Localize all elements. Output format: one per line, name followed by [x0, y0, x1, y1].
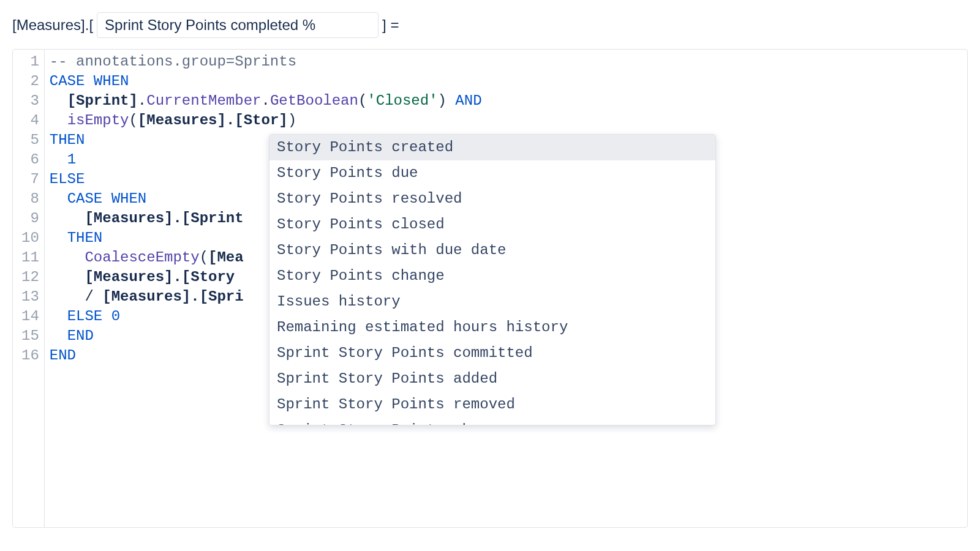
- line-number: 13: [21, 287, 39, 307]
- autocomplete-item[interactable]: Story Points created: [270, 135, 715, 160]
- autocomplete-item[interactable]: Story Points due: [270, 160, 715, 186]
- measure-prefix: [Measures].[: [12, 17, 93, 34]
- line-number: 11: [21, 248, 39, 268]
- line-number: 7: [21, 170, 39, 189]
- autocomplete-item[interactable]: Story Points change: [270, 263, 715, 289]
- line-number: 8: [21, 189, 39, 209]
- line-number: 5: [21, 130, 39, 150]
- line-number-gutter: 12345678910111213141516: [13, 50, 45, 527]
- autocomplete-item[interactable]: Remaining estimated hours history: [270, 315, 715, 340]
- measure-name-row: [Measures].[ ] =: [12, 12, 968, 38]
- line-number: 2: [21, 72, 39, 91]
- line-number: 9: [21, 209, 39, 228]
- autocomplete-item[interactable]: Issues history: [270, 289, 715, 315]
- autocomplete-item[interactable]: Sprint Story Points change: [270, 418, 715, 425]
- line-number: 10: [21, 228, 39, 248]
- formula-editor: 12345678910111213141516 -- annotations.g…: [12, 49, 968, 528]
- measure-suffix: ] =: [382, 17, 399, 34]
- line-number: 14: [21, 307, 39, 326]
- line-number: 15: [21, 326, 39, 346]
- autocomplete-item[interactable]: Story Points with due date: [270, 238, 715, 263]
- measure-name-input[interactable]: [97, 12, 379, 38]
- autocomplete-item[interactable]: Story Points resolved: [270, 186, 715, 212]
- line-number: 16: [21, 346, 39, 365]
- code-line[interactable]: CASE WHEN: [50, 72, 962, 91]
- line-number: 1: [21, 52, 39, 72]
- code-line[interactable]: isEmpty([Measures].[Stor]): [50, 111, 962, 130]
- autocomplete-item[interactable]: Sprint Story Points committed: [270, 340, 715, 366]
- autocomplete-item[interactable]: Sprint Story Points removed: [270, 392, 715, 418]
- autocomplete-popup[interactable]: Story Points createdStory Points dueStor…: [269, 134, 716, 425]
- autocomplete-item[interactable]: Story Points closed: [270, 212, 715, 238]
- code-line[interactable]: [Sprint].CurrentMember.GetBoolean('Close…: [50, 91, 962, 111]
- autocomplete-item[interactable]: Sprint Story Points added: [270, 366, 715, 392]
- line-number: 4: [21, 111, 39, 130]
- code-line[interactable]: -- annotations.group=Sprints: [50, 52, 962, 72]
- line-number: 3: [21, 91, 39, 111]
- line-number: 6: [21, 150, 39, 170]
- line-number: 12: [21, 268, 39, 287]
